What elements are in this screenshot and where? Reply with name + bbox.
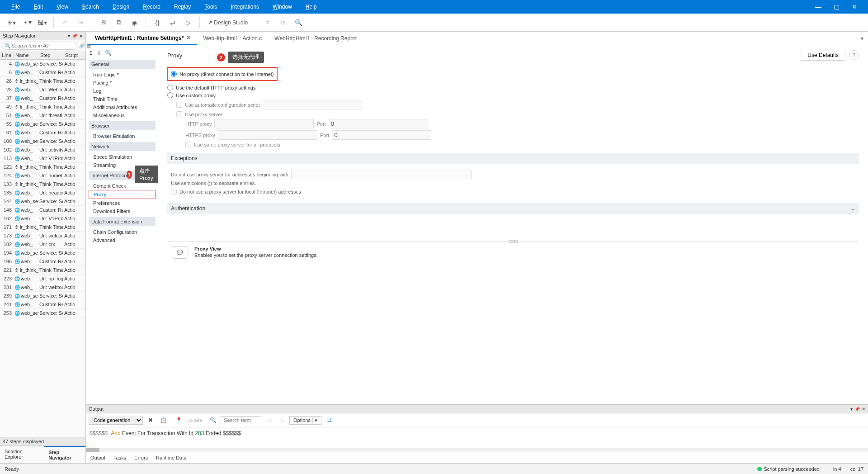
tool-btn-1[interactable]: ⎘ — [97, 16, 110, 29]
radio-custom-proxy[interactable]: Use custom proxy — [167, 92, 859, 98]
cat-network[interactable]: Network — [89, 142, 156, 151]
save-dropdown[interactable]: 🖫▾ — [35, 16, 49, 29]
menu-tools[interactable]: Tools — [198, 4, 224, 10]
help-button[interactable]: ? — [849, 50, 859, 60]
step-row[interactable]: 146🌐web_Custom RecActio — [0, 206, 85, 214]
step-row[interactable]: 26⏱lr_think_Think Time -Actio — [0, 77, 85, 85]
out-tab-tasks[interactable]: Tasks — [113, 455, 126, 460]
step-row[interactable]: 196🌐web_Custom RecActio — [0, 257, 85, 266]
design-studio-button[interactable]: ↗ Design Studio — [204, 19, 251, 26]
item-chain-config[interactable]: Chain Configuration — [89, 228, 156, 236]
output-pin-icon[interactable]: 📌 — [854, 407, 860, 412]
step-row[interactable]: 241🌐web_Custom RecActio — [0, 300, 85, 309]
step-row[interactable]: 49⏱lr_think_Think Time -Actio — [0, 103, 85, 111]
tab-close-icon[interactable]: ✕ — [186, 35, 190, 41]
search-tool-icon[interactable]: 🔍 — [292, 16, 305, 29]
item-pacing[interactable]: Pacing * — [89, 79, 156, 87]
undo-button[interactable]: ↶ — [58, 16, 72, 29]
tab-action-c[interactable]: WebHttpHtml1 : Action.c — [197, 33, 268, 44]
radio-default-proxy-input[interactable] — [167, 85, 173, 90]
add-dropdown[interactable]: ＋▾ — [20, 16, 33, 29]
output-search-input[interactable] — [221, 416, 261, 424]
scrollbar-thumb[interactable] — [86, 448, 99, 452]
cat-general[interactable]: General — [89, 60, 156, 69]
search-settings-icon[interactable]: 🔍 — [105, 50, 112, 56]
radio-no-proxy[interactable]: No proxy (direct connection to the Inter… — [171, 71, 274, 77]
step-row[interactable]: 135🌐web_Url: header.lActio — [0, 189, 85, 197]
col-name-header[interactable]: Name — [14, 51, 38, 59]
tab-solution-explorer[interactable]: Solution Explorer — [0, 446, 44, 463]
options-button[interactable]: Options▾ — [289, 416, 321, 425]
output-filter-select[interactable]: Code generation — [89, 416, 143, 425]
menu-edit[interactable]: Edit — [27, 4, 50, 10]
braces-button[interactable]: {} — [151, 16, 164, 29]
search-prev-icon[interactable]: ◁ — [264, 415, 274, 425]
cat-browser[interactable]: Browser — [89, 121, 156, 130]
auth-section-header[interactable]: Authentication ⌄ — [167, 203, 859, 214]
import-icon[interactable]: ↧ — [97, 50, 101, 56]
step-row[interactable]: 124🌐web_Url: homeClActio — [0, 171, 85, 180]
save-output-icon[interactable]: 🖫 — [324, 415, 334, 425]
step-row[interactable]: 122⏱lr_think_Think Time -Actio — [0, 163, 85, 171]
item-proxy[interactable]: Proxy — [89, 190, 156, 199]
drag-handle-icon[interactable]: ⋯ — [509, 240, 518, 243]
item-log[interactable]: Log — [89, 87, 156, 95]
output-close-icon[interactable]: ✕ — [862, 407, 865, 412]
col-line-header[interactable]: Line — [0, 51, 14, 59]
link-icon[interactable]: 🔗 — [79, 43, 85, 48]
tab-recording-report[interactable]: WebHttpHtml1 : Recording Report — [268, 33, 363, 44]
refresh-icon[interactable]: ⟳ — [276, 16, 290, 29]
panel-close-icon[interactable]: ✕ — [79, 33, 83, 38]
step-row[interactable]: 182🌐web_Url: crxActio — [0, 240, 85, 249]
step-row[interactable]: 171⏱lr_think_Think Time -Actio — [0, 223, 85, 232]
col-script-header[interactable]: Script — [63, 51, 85, 59]
step-row[interactable]: 133⏱lr_think_Think Time -Actio — [0, 180, 85, 189]
window-maximize[interactable]: ▢ — [827, 3, 845, 10]
redo-button[interactable]: ↷ — [74, 16, 87, 29]
menu-replay[interactable]: Replay — [167, 4, 198, 10]
item-think-time[interactable]: Think Time — [89, 95, 156, 103]
item-browser-emu[interactable]: Browser Emulation — [89, 132, 156, 140]
record-button[interactable]: ◉ — [127, 16, 141, 29]
play-button[interactable]: ▷ — [181, 16, 195, 29]
output-scrollbar[interactable] — [86, 448, 868, 452]
item-download-filters[interactable]: Download Filters — [89, 207, 156, 215]
step-row[interactable]: 59🌐web_setService: SetActio — [0, 120, 85, 128]
step-row[interactable]: 37🌐web_Custom RecActio — [0, 94, 85, 103]
out-tab-errors[interactable]: Errors — [134, 455, 148, 460]
window-minimize[interactable]: — — [809, 3, 827, 10]
step-row[interactable]: 194🌐web_setService: SetActio — [0, 249, 85, 257]
menu-design[interactable]: Design — [106, 4, 136, 10]
menu-search[interactable]: Search — [75, 4, 106, 10]
step-row[interactable]: 253🌐web_setService: SetActio — [0, 309, 85, 318]
out-tab-output[interactable]: Output — [90, 455, 105, 460]
col-step-header[interactable]: Step — [38, 51, 63, 59]
step-row[interactable]: 144🌐web_setService: SetActio — [0, 197, 85, 206]
step-row[interactable]: 6🌐web_Custom RecActio — [0, 68, 85, 77]
step-row[interactable]: 239🌐web_setService: SetActio — [0, 292, 85, 300]
auth-expand-icon[interactable]: ⌄ — [851, 205, 855, 212]
step-row[interactable]: 173🌐web_Url: welcomActio — [0, 232, 85, 240]
tab-step-navigator[interactable]: Step Navigator — [44, 446, 85, 463]
menu-file[interactable]: File — [5, 4, 27, 10]
step-nav-search-input[interactable] — [2, 42, 77, 50]
step-row[interactable]: 28🌐web_Url: WebTouActio — [0, 85, 85, 94]
output-dropdown-icon[interactable]: ▾ — [850, 407, 853, 412]
menu-view[interactable]: View — [50, 4, 75, 10]
item-run-logic[interactable]: Run Logic * — [89, 71, 156, 79]
step-row[interactable]: 113🌐web_Url: V1ProfilActio — [0, 154, 85, 163]
item-speed-sim[interactable]: Speed Simulation — [89, 153, 156, 161]
out-tab-runtime[interactable]: Runtime Data — [156, 455, 186, 460]
menu-integrations[interactable]: Integrations — [224, 4, 266, 10]
tabs-overflow-icon[interactable]: ▾ — [856, 35, 868, 42]
step-row[interactable]: 162🌐web_Url: V1ProfilActio — [0, 214, 85, 223]
item-misc[interactable]: Miscellaneous — [89, 111, 156, 119]
radio-custom-proxy-input[interactable] — [167, 92, 173, 98]
step-row[interactable]: 223🌐web_Url: hp_logoActio — [0, 275, 85, 283]
step-row[interactable]: 100🌐web_setService: SetActio — [0, 137, 85, 146]
export-icon[interactable]: ↥ — [89, 50, 93, 56]
step-row[interactable]: 4🌐web_setService: SetActio — [0, 60, 85, 68]
window-close[interactable]: ✕ — [845, 3, 863, 10]
copy-output-icon[interactable]: 📋 — [158, 415, 168, 425]
locate-icon[interactable]: 📍 — [174, 415, 184, 425]
